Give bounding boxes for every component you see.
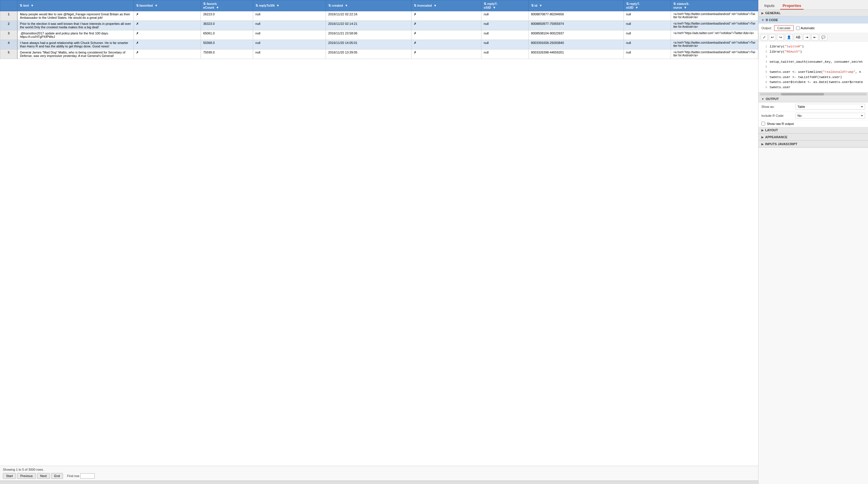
- output-section-header[interactable]: ▼ OUTPUT: [758, 96, 868, 102]
- include-rcode-select[interactable]: No Yes: [796, 113, 865, 118]
- cell-text: General James "Mad Dog" Mattis, who is b…: [17, 50, 133, 59]
- find-row-input[interactable]: [80, 473, 95, 479]
- outdent-icon[interactable]: ⇤: [811, 34, 818, 40]
- comment-icon[interactable]: 💬: [819, 34, 827, 40]
- code-scrollbar[interactable]: [758, 92, 868, 96]
- general-section: ▶ GENERAL: [758, 10, 868, 17]
- showing-text: Showing 1 to 5 of 3000 rows.: [3, 468, 755, 471]
- col-header-favorited[interactable]: ⇅ favorited ▼: [133, 0, 201, 11]
- rcode-section: ▼ R CODE Output: Calculate Automatic ⤢ ↩…: [758, 17, 868, 96]
- tab-properties[interactable]: Properties: [780, 2, 803, 9]
- previous-button[interactable]: Previous: [17, 473, 36, 479]
- col-header-replytosn[interactable]: ⇅ replyToSN ▼: [253, 0, 326, 11]
- inputs-js-arrow-icon: ▶: [762, 143, 764, 146]
- general-section-header[interactable]: ▶ GENERAL: [758, 10, 868, 17]
- cell-favoritedCount: 50368.0: [201, 40, 253, 50]
- cell-replyToSID: null: [482, 40, 529, 50]
- statussource-filter-icon[interactable]: ▼: [684, 6, 687, 9]
- cell-truncated: ✗: [411, 30, 482, 40]
- row-number: 4: [0, 40, 17, 50]
- rcode-label: R CODE: [766, 18, 778, 22]
- horizontal-scrollbar[interactable]: [0, 481, 758, 484]
- cell-created: 2016/11/20 13:39:05: [326, 50, 411, 59]
- table-row: 4I have always had a good relationship w…: [0, 40, 758, 50]
- replytosn-filter-icon[interactable]: ▼: [276, 4, 279, 7]
- indent-icon[interactable]: ⇥: [803, 34, 810, 40]
- favcount-filter-icon[interactable]: ▼: [216, 6, 219, 9]
- appearance-section-header[interactable]: ▶ APPEARANCE: [758, 134, 868, 141]
- cell-favoritedCount: 36323.0: [201, 21, 253, 30]
- general-arrow-icon: ▶: [762, 11, 764, 15]
- cell-replyToSID: null: [482, 50, 529, 59]
- inputs-javascript-label: INPUTS JAVASCRIPT: [765, 142, 797, 146]
- show-as-select[interactable]: Table Text Verbatim: [796, 104, 865, 110]
- cell-text: I have always had a good relationship wi…: [17, 40, 133, 50]
- calculate-button[interactable]: Calculate: [774, 25, 794, 31]
- cell-statusSource: <a href="http://twitter.com/download/and…: [671, 11, 758, 21]
- col-header-id[interactable]: ⇅ id ▼: [528, 0, 624, 11]
- replytouID-filter-icon[interactable]: ▼: [635, 6, 638, 9]
- col-header-truncated[interactable]: ⇅ truncated ▼: [411, 0, 482, 11]
- include-rcode-label: Include R Code:: [762, 114, 793, 117]
- code-editor[interactable]: 1library("twitteR") 2library("ROAuth") 3…: [758, 42, 868, 92]
- rcode-arrow-icon: ▼: [762, 19, 764, 22]
- cell-text: Many people would like to see @Nigel_Far…: [17, 11, 133, 21]
- show-raw-label: Show raw R output: [767, 122, 794, 125]
- undo-icon[interactable]: ↩: [769, 34, 776, 40]
- cell-favorited: ✗: [133, 21, 201, 30]
- cell-statusSource: <a href="http://twitter.com/download/and…: [671, 50, 758, 59]
- col-header-statussource[interactable]: ⇅ statusS-ource ▼: [671, 0, 758, 11]
- redo-icon[interactable]: ↪: [777, 34, 784, 40]
- col-header-text[interactable]: ⇅ text ▼: [17, 0, 133, 11]
- next-button[interactable]: Next: [37, 473, 50, 479]
- output-label-section: OUTPUT: [766, 97, 779, 101]
- layout-section-header[interactable]: ▶ LAYOUT: [758, 127, 868, 134]
- cell-favorited: ✗: [133, 40, 201, 50]
- text-filter-icon[interactable]: ▼: [31, 4, 34, 7]
- cell-replyToSN: null: [253, 50, 326, 59]
- show-raw-checkbox[interactable]: [762, 122, 765, 125]
- find-row-label: Find row: [67, 474, 79, 478]
- cell-created: 2016/11/20 14:05:01: [326, 40, 411, 50]
- start-button[interactable]: Start: [3, 473, 16, 479]
- format-icon[interactable]: AB: [794, 34, 802, 40]
- expand-icon[interactable]: ⤢: [761, 34, 768, 40]
- cell-favorited: ✗: [133, 30, 201, 40]
- search-code-icon[interactable]: 👤: [785, 34, 793, 40]
- truncated-filter-icon[interactable]: ▼: [434, 4, 437, 7]
- cell-truncated: ✗: [411, 50, 482, 59]
- rcode-section-header[interactable]: ▼ R CODE: [758, 17, 868, 23]
- tab-inputs[interactable]: Inputs: [762, 2, 777, 9]
- cell-id: 8008850977-75955974: [528, 21, 624, 30]
- cell-id: 8008508104-90023937: [528, 30, 624, 40]
- table-row: 5General James "Mad Dog" Mattis, who is …: [0, 50, 758, 59]
- cell-id: 8003326398-44659201: [528, 50, 624, 59]
- col-header-replytouID[interactable]: ⇅ replyT-oUID ▼: [624, 0, 671, 11]
- inputs-javascript-section: ▶ INPUTS JAVASCRIPT: [758, 141, 868, 148]
- cell-replyToSN: null: [253, 11, 326, 21]
- col-header-created[interactable]: ⇅ created ▼: [326, 0, 411, 11]
- col-header-replytosid[interactable]: ⇅ replyT-oSID ▼: [482, 0, 529, 11]
- show-as-label: Show as:: [762, 105, 793, 108]
- automatic-checkbox[interactable]: [796, 26, 800, 30]
- cell-created: 2016/11/22 02:14:21: [326, 21, 411, 30]
- cell-id: 8008870877-80294656: [528, 11, 624, 21]
- cell-id: 8003391658-29283840: [528, 40, 624, 50]
- cell-replyToSN: null: [253, 30, 326, 40]
- table-row: 3.@transition2017 update and policy plan…: [0, 30, 758, 40]
- cell-replyToUID: null: [624, 30, 671, 40]
- replytosid-filter-icon[interactable]: ▼: [493, 6, 496, 9]
- cell-replyToSID: null: [482, 21, 529, 30]
- output-section: ▼ OUTPUT Show as: Table Text Verbatim In…: [758, 96, 868, 127]
- id-filter-icon[interactable]: ▼: [539, 4, 542, 7]
- favorited-filter-icon[interactable]: ▼: [155, 4, 158, 7]
- table-row: 2Prior to the election it was well known…: [0, 21, 758, 30]
- col-header-favoritecount[interactable]: ⇅ favorit-eCount ▼: [201, 0, 253, 11]
- inputs-javascript-section-header[interactable]: ▶ INPUTS JAVASCRIPT: [758, 141, 868, 147]
- end-button[interactable]: End: [51, 473, 63, 479]
- automatic-label: Automatic: [801, 26, 815, 30]
- created-filter-icon[interactable]: ▼: [345, 4, 348, 7]
- row-number: 5: [0, 50, 17, 59]
- general-label: GENERAL: [765, 11, 781, 15]
- cell-text: Prior to the election it was well known …: [17, 21, 133, 30]
